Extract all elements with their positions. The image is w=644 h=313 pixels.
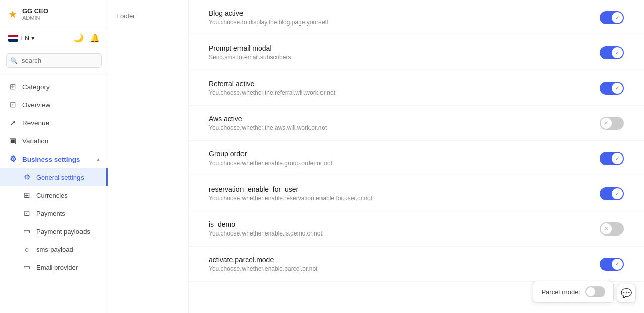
toggle-knob: ✕ xyxy=(601,118,612,129)
toggle-aws-active[interactable]: ✕ xyxy=(600,117,624,130)
setting-row-activate-parcel-mode: activate.parcel.mode You.choose.whether.… xyxy=(189,247,644,282)
sidebar-item-email-provider[interactable]: ▭ Email provider xyxy=(0,258,108,276)
sidebar-item-overview[interactable]: ⊡ Overview xyxy=(0,96,108,114)
sidebar-icon-group: 🌙 🔔 xyxy=(73,33,100,43)
setting-desc-is-demo: You.choose.whether.enable.is.demo.or.not xyxy=(209,230,323,237)
toggle-slider: ✓ xyxy=(600,82,624,95)
sidebar-item-general-settings[interactable]: ⚙ General settings xyxy=(0,168,108,186)
toggle-reservation-enable-for-user[interactable]: ✓ xyxy=(600,187,624,200)
language-selector[interactable]: EN ▾ xyxy=(8,34,35,42)
setting-desc-prompt-email-modal: Send.sms.to.email.subscribers xyxy=(209,54,291,61)
setting-row-aws-active: Aws active You.choose.whether.the.aws.wi… xyxy=(189,106,644,141)
moon-icon[interactable]: 🌙 xyxy=(73,33,84,43)
setting-label-group-order: Group order xyxy=(209,150,332,158)
toggle-knob: ✓ xyxy=(612,259,623,270)
currencies-icon: ⊞ xyxy=(22,191,31,200)
sidebar-item-label: Category xyxy=(22,83,50,91)
sidebar-item-payments[interactable]: ⊡ Payments xyxy=(0,204,108,222)
left-panel: Footer xyxy=(108,0,189,313)
nav-items: ⊞ Category ⊡ Overview ↗ Revenue ▣ Variat… xyxy=(0,73,108,313)
star-icon: ★ xyxy=(8,8,17,20)
parcel-mode-footer: Parcel mode: xyxy=(533,281,614,303)
left-panel-item-footer[interactable]: Footer xyxy=(108,8,188,24)
toggle-blog-active[interactable]: ✓ xyxy=(600,11,624,24)
setting-info-aws-active: Aws active You.choose.whether.the.aws.wi… xyxy=(209,115,327,131)
setting-info-referral-active: Referral active You.choose.whether.the.r… xyxy=(209,80,335,96)
bell-icon[interactable]: 🔔 xyxy=(90,33,100,43)
toggle-activate-parcel-mode[interactable]: ✓ xyxy=(600,258,624,271)
parcel-mode-label: Parcel mode: xyxy=(541,288,580,296)
setting-info-group-order: Group order You.choose.whether.enable.gr… xyxy=(209,150,332,167)
parcel-mode-toggle-slider xyxy=(585,286,605,297)
setting-label-activate-parcel-mode: activate.parcel.mode xyxy=(209,256,317,264)
variation-icon: ▣ xyxy=(8,136,17,145)
setting-info-prompt-email-modal: Prompt email modal Send.sms.to.email.sub… xyxy=(209,44,291,61)
toggle-slider: ✕ xyxy=(600,117,624,130)
search-input[interactable] xyxy=(6,53,102,68)
setting-desc-blog-active: You.choose.to.display.the.blog.page.your… xyxy=(209,19,328,26)
user-info: GG CEO ADMIN xyxy=(22,7,48,21)
toggle-referral-active[interactable]: ✓ xyxy=(600,82,624,95)
sidebar-item-label: Variation xyxy=(22,137,48,145)
setting-row-blog-active: Blog active You.choose.to.display.the.bl… xyxy=(189,0,644,35)
language-label: EN xyxy=(20,34,29,42)
toggle-slider: ✓ xyxy=(600,258,624,271)
toggle-slider: ✓ xyxy=(600,152,624,165)
sidebar-item-payment-payloads[interactable]: ▭ Payment payloads xyxy=(0,222,108,241)
sidebar-item-label: Payment payloads xyxy=(36,228,90,236)
toggle-knob: ✓ xyxy=(612,83,623,94)
sidebar-item-label: Payments xyxy=(36,210,65,217)
sidebar-item-currencies[interactable]: ⊞ Currencies xyxy=(0,186,108,204)
setting-row-group-order: Group order You.choose.whether.enable.gr… xyxy=(189,141,644,176)
search-wrapper xyxy=(6,53,102,68)
chat-icon: 💬 xyxy=(621,288,632,299)
setting-label-aws-active: Aws active xyxy=(209,115,327,123)
setting-row-reservation-enable-for-user: reservation_enable_for_user You.choose.w… xyxy=(189,176,644,211)
toggle-knob: ✕ xyxy=(601,223,612,234)
setting-desc-activate-parcel-mode: You.choose.whether.enable.parcel.or.not xyxy=(209,265,317,272)
sidebar-item-category[interactable]: ⊞ Category xyxy=(0,77,108,96)
settings-main: Blog active You.choose.to.display.the.bl… xyxy=(189,0,644,313)
sidebar-item-label: General settings xyxy=(36,174,84,181)
user-name: GG CEO xyxy=(22,7,48,15)
main-content: Footer Blog active You.choose.to.display… xyxy=(108,0,644,313)
toggle-is-demo[interactable]: ✕ xyxy=(600,222,624,236)
sidebar-item-label: sms-payload xyxy=(36,246,73,253)
sidebar-item-label: Currencies xyxy=(36,192,68,199)
sidebar-header: ★ GG CEO ADMIN xyxy=(0,0,108,28)
parcel-mode-toggle[interactable] xyxy=(585,286,605,297)
setting-desc-referral-active: You.choose.whether.the.referral.will.wor… xyxy=(209,89,335,96)
sidebar-item-label: Revenue xyxy=(22,119,49,127)
sidebar-item-revenue[interactable]: ↗ Revenue xyxy=(0,114,108,132)
general-settings-icon: ⚙ xyxy=(22,173,31,182)
setting-info-is-demo: is_demo You.choose.whether.enable.is.dem… xyxy=(209,220,323,237)
revenue-icon: ↗ xyxy=(8,118,17,127)
chat-button[interactable]: 💬 xyxy=(617,284,636,303)
sidebar-item-label: Overview xyxy=(22,101,50,109)
sidebar: ★ GG CEO ADMIN EN ▾ 🌙 🔔 ⊞ Category ⊡ Ove… xyxy=(0,0,108,313)
chevron-up-icon: ▴ xyxy=(97,156,100,163)
payment-payloads-icon: ▭ xyxy=(22,227,31,236)
setting-info-reservation-enable-for-user: reservation_enable_for_user You.choose.w… xyxy=(209,185,372,202)
sidebar-item-sms-payload[interactable]: ○ sms-payload xyxy=(0,241,108,258)
sidebar-item-label: Email provider xyxy=(36,264,78,271)
category-icon: ⊞ xyxy=(8,82,17,91)
sidebar-item-business-settings[interactable]: ⚙ Business settings ▴ xyxy=(0,150,108,168)
toggle-knob: ✓ xyxy=(612,47,623,58)
search-box xyxy=(0,48,108,73)
setting-desc-reservation-enable-for-user: You.choose.whether.enable.reservation.en… xyxy=(209,195,372,202)
toggle-slider: ✓ xyxy=(600,46,624,59)
toggle-prompt-email-modal[interactable]: ✓ xyxy=(600,46,624,59)
setting-row-is-demo: is_demo You.choose.whether.enable.is.dem… xyxy=(189,211,644,247)
setting-label-referral-active: Referral active xyxy=(209,80,335,88)
language-chevron: ▾ xyxy=(31,34,35,42)
setting-desc-aws-active: You.choose.whether.the.aws.will.work.or.… xyxy=(209,124,327,131)
toggle-slider: ✕ xyxy=(600,222,624,236)
setting-label-reservation-enable-for-user: reservation_enable_for_user xyxy=(209,185,372,193)
toggle-group-order[interactable]: ✓ xyxy=(600,152,624,165)
flag-icon xyxy=(8,35,18,42)
sidebar-controls: EN ▾ 🌙 🔔 xyxy=(0,28,108,48)
user-role: ADMIN xyxy=(22,15,48,21)
setting-row-referral-active: Referral active You.choose.whether.the.r… xyxy=(189,70,644,106)
sidebar-item-variation[interactable]: ▣ Variation xyxy=(0,132,108,150)
